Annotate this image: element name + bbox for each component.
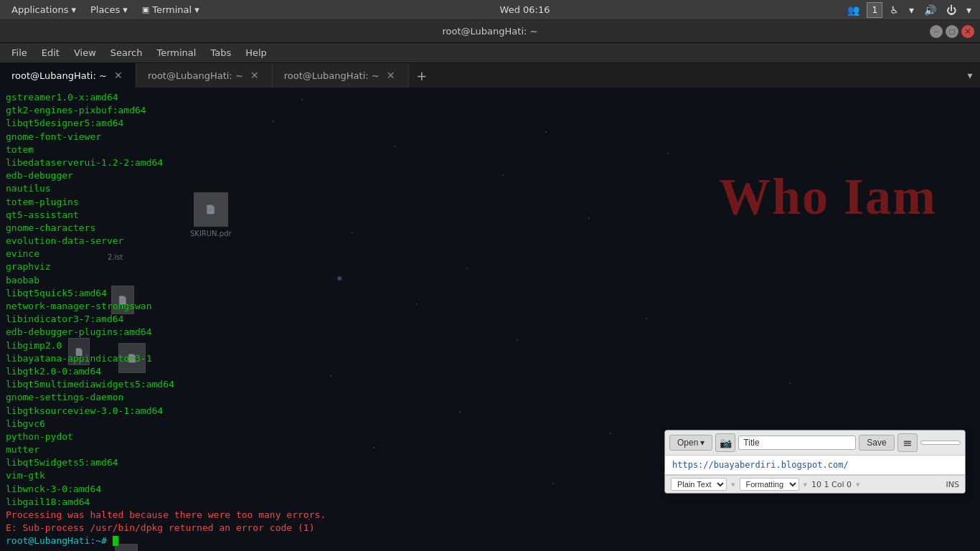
window-controls: – □ ✕: [930, 25, 974, 38]
system-bar-right: 👥 1 ♿ ▾ 🔊 ⏻ ▾: [844, 2, 974, 18]
term-prompt: root@LubangHati:~#: [6, 535, 107, 546]
term-line-5: totem: [6, 143, 482, 156]
term-line-1: gstreamer1.0-x:amd64: [6, 91, 482, 104]
panel-extra-input[interactable]: [920, 441, 961, 445]
term-line-19: edb-debugger-plugins:amd64: [6, 326, 482, 339]
term-line-4: gnome-font-viewer: [6, 131, 482, 143]
term-error-2: E: Sub-process /usr/bin/dpkg returned an…: [6, 522, 482, 534]
open-btn-arrow: ▾: [700, 438, 705, 448]
term-line-30: vim-gtk: [6, 469, 482, 482]
term-line-16: libqt5quick5:amd64: [6, 287, 482, 300]
term-line-6: libedataserverui-1.2-2:amd64: [6, 156, 482, 169]
term-line-7: edb-debugger: [6, 169, 482, 182]
term-line-22: libgtk2.0-0:amd64: [6, 365, 482, 378]
status-divider-1: ▾: [731, 480, 735, 489]
accessibility-icon[interactable]: ♿: [887, 3, 902, 17]
menu-help[interactable]: Help: [240, 45, 273, 60]
save-button[interactable]: Save: [859, 435, 894, 451]
close-button[interactable]: ✕: [961, 25, 974, 38]
workspace-badge[interactable]: 1: [867, 2, 882, 18]
tab-1-label: root@LubangHati: ~: [11, 70, 107, 81]
applications-menu[interactable]: Applications ▾: [6, 3, 82, 17]
term-line-10: qt5-assistant: [6, 209, 482, 222]
term-line-26: libgvc6: [6, 418, 482, 430]
screenshot-icon: 📷: [720, 437, 732, 448]
tab-2-close[interactable]: ✕: [249, 70, 260, 81]
term-prompt-line: root@LubangHati:~#: [6, 534, 482, 547]
term-line-28: mutter: [6, 443, 482, 456]
term-line-18: libindicator3-7:amd64: [6, 313, 482, 326]
status-divider-3: ▾: [856, 480, 860, 489]
tab-2[interactable]: root@LubangHati: ~ ✕: [136, 63, 273, 88]
system-bar: Applications ▾ Places ▾ ▣ Terminal ▾ Wed…: [0, 0, 980, 20]
terminal-title: root@LubangHati: ~: [443, 26, 538, 37]
new-tab-button[interactable]: +: [412, 65, 432, 85]
datetime-text: Wed 06:16: [500, 4, 550, 15]
menu-file[interactable]: File: [6, 45, 33, 60]
term-line-24: gnome-settings-daemon: [6, 391, 482, 404]
terminal-output: gstreamer1.0-x:amd64 gtk2-engines-pixbuf…: [0, 88, 488, 551]
plain-text-select[interactable]: Plain Text: [671, 478, 727, 491]
tab-3-label: root@LubangHati: ~: [284, 70, 380, 81]
term-error-1: Processing was halted because there were…: [6, 509, 482, 522]
tab-3-close[interactable]: ✕: [385, 70, 397, 81]
term-line-3: libqt5designer5:amd64: [6, 117, 482, 130]
panel-url-bar: https://buayaberdiri.blogspot.com/: [665, 456, 965, 475]
power-chevron-icon[interactable]: ▾: [963, 3, 974, 17]
term-line-32: libgail18:amd64: [6, 496, 482, 509]
open-btn-label: Open: [677, 438, 698, 448]
term-line-23: libqt5multimediawidgets5:amd64: [6, 378, 482, 391]
terminal-titlebar: root@LubangHati: ~ – □ ✕: [0, 20, 980, 43]
panel-screenshot-button[interactable]: 📷: [715, 433, 735, 452]
tab-1-close[interactable]: ✕: [113, 70, 124, 81]
term-line-20: libgimp2.0: [6, 339, 482, 352]
term-line-12: evolution-data-server: [6, 235, 482, 248]
minimize-button[interactable]: –: [930, 25, 943, 38]
panel-text-input[interactable]: [738, 435, 856, 450]
panel-menu-button[interactable]: ≡: [897, 433, 918, 452]
watermark-text: Who Iam: [719, 167, 937, 227]
applications-label: Applications: [11, 4, 68, 15]
terminal-content: Who Iam 📄 SKIRUN.pdr 2.ist 📄 📄 📄 📄: [0, 88, 980, 551]
audio-icon[interactable]: 🔊: [921, 3, 939, 17]
menu-terminal[interactable]: Terminal: [151, 45, 202, 60]
places-label: Places: [90, 4, 120, 15]
places-menu[interactable]: Places ▾: [85, 3, 133, 17]
term-line-27: python-pydot: [6, 430, 482, 443]
term-line-17: network-manager-strongswan: [6, 300, 482, 313]
menu-edit[interactable]: Edit: [36, 45, 65, 60]
term-line-8: nautilus: [6, 182, 482, 195]
tabs-scroll-button[interactable]: ▾: [963, 65, 977, 85]
terminal-window: root@LubangHati: ~ – □ ✕ File Edit View …: [0, 20, 980, 551]
term-line-13: evince: [6, 248, 482, 260]
tab-1[interactable]: root@LubangHati: ~ ✕: [0, 63, 136, 88]
terminal-menu-icon: ▣: [142, 5, 149, 14]
tab-2-label: root@LubangHati: ~: [148, 70, 243, 81]
menu-icon: ≡: [903, 436, 912, 450]
panel-toolbar: Open ▾ 📷 Save ≡: [665, 430, 965, 456]
tabs-bar: root@LubangHati: ~ ✕ root@LubangHati: ~ …: [0, 63, 980, 88]
workspace-number: 1: [872, 5, 878, 15]
users-icon[interactable]: 👥: [844, 3, 862, 17]
menu-tabs[interactable]: Tabs: [204, 45, 237, 60]
open-button[interactable]: Open ▾: [669, 435, 712, 451]
floating-panel: Open ▾ 📷 Save ≡ https://buayaberdiri.blo…: [664, 430, 966, 494]
status-divider-2: ▾: [804, 480, 808, 489]
menu-search[interactable]: Search: [105, 45, 149, 60]
terminal-chevron-icon: ▾: [194, 4, 199, 15]
formatting-select[interactable]: Formatting: [740, 478, 799, 491]
page-info-text: 10 1 Col 0: [811, 480, 852, 489]
menu-view[interactable]: View: [68, 45, 102, 60]
term-line-11: gnome-characters: [6, 222, 482, 235]
terminal-menu[interactable]: ▣ Terminal ▾: [136, 3, 205, 17]
maximize-button[interactable]: □: [946, 25, 958, 38]
tab-3[interactable]: root@LubangHati: ~ ✕: [273, 63, 409, 88]
ins-label: INS: [946, 480, 959, 489]
network-icon[interactable]: ▾: [906, 3, 917, 17]
power-icon[interactable]: ⏻: [943, 3, 959, 17]
places-chevron-icon: ▾: [123, 4, 128, 15]
terminal-label: Terminal: [152, 4, 192, 15]
panel-statusbar: Plain Text ▾ Formatting ▾ 10 1 Col 0 ▾ I…: [665, 475, 965, 493]
term-line-31: libwnck-3-0:amd64: [6, 483, 482, 496]
system-datetime: Wed 06:16: [500, 4, 550, 15]
